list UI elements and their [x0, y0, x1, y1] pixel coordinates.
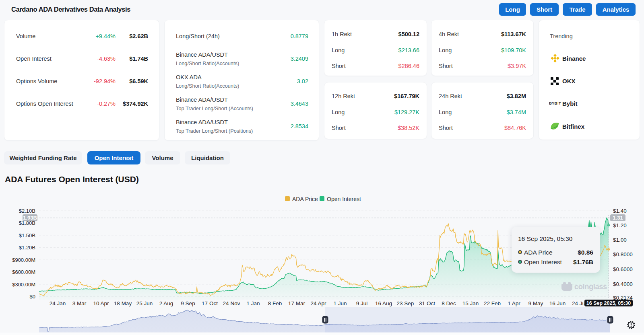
- svg-text:$300.00M: $300.00M: [12, 282, 35, 288]
- svg-text:1 Jun: 1 Jun: [333, 300, 347, 306]
- svg-text:16 Jun: 16 Jun: [549, 300, 566, 306]
- svg-text:$1.50B: $1.50B: [19, 232, 35, 238]
- svg-text:10 Apr: 10 Apr: [93, 300, 109, 306]
- svg-text:8 Feb: 8 Feb: [268, 300, 282, 306]
- svg-text:24 Nov: 24 Nov: [223, 300, 240, 306]
- svg-text:$1.00: $1.00: [613, 237, 627, 243]
- svg-text:coinglass: coinglass: [574, 282, 607, 291]
- svg-text:23 Sep: 23 Sep: [397, 300, 414, 306]
- svg-text:17 Mar: 17 Mar: [288, 300, 305, 306]
- svg-text:24 Apr: 24 Apr: [310, 300, 326, 306]
- svg-text:9 Jul: 9 Jul: [356, 300, 368, 306]
- svg-text:25 Jun: 25 Jun: [136, 300, 153, 306]
- svg-text:$1.40: $1.40: [613, 208, 627, 214]
- svg-text:$0.4000: $0.4000: [613, 281, 633, 287]
- svg-text:2 Aug: 2 Aug: [159, 300, 173, 306]
- svg-text:1.31: 1.31: [613, 215, 623, 221]
- svg-text:17 Oct: 17 Oct: [202, 300, 218, 306]
- svg-text:31 Oct: 31 Oct: [419, 300, 435, 306]
- svg-text:22 Feb: 22 Feb: [484, 300, 501, 306]
- svg-text:9 May: 9 May: [528, 300, 543, 306]
- svg-text:$600.00M: $600.00M: [12, 269, 35, 275]
- svg-text:3 Mar: 3 Mar: [72, 300, 87, 306]
- svg-text:1 Jan: 1 Jan: [246, 300, 260, 306]
- svg-text:$0.8000: $0.8000: [613, 251, 633, 257]
- svg-text:$0: $0: [30, 294, 35, 300]
- svg-text:1.93B: 1.93B: [23, 215, 37, 221]
- svg-text:$900.00M: $900.00M: [12, 257, 35, 263]
- svg-text:$1.20: $1.20: [613, 222, 627, 228]
- svg-text:18 May: 18 May: [114, 300, 132, 306]
- svg-text:$0.6000: $0.6000: [613, 266, 633, 272]
- svg-text:8 Dec: 8 Dec: [442, 300, 456, 306]
- svg-text:15 Jan: 15 Jan: [462, 300, 479, 306]
- svg-text:16 Aug: 16 Aug: [375, 300, 392, 306]
- svg-text:$1.20B: $1.20B: [19, 245, 35, 251]
- svg-text:$2.10B: $2.10B: [19, 208, 35, 214]
- svg-text:24 Jan: 24 Jan: [50, 300, 66, 306]
- svg-text:9 Sep: 9 Sep: [181, 300, 195, 306]
- svg-text:1 Apr: 1 Apr: [508, 300, 520, 306]
